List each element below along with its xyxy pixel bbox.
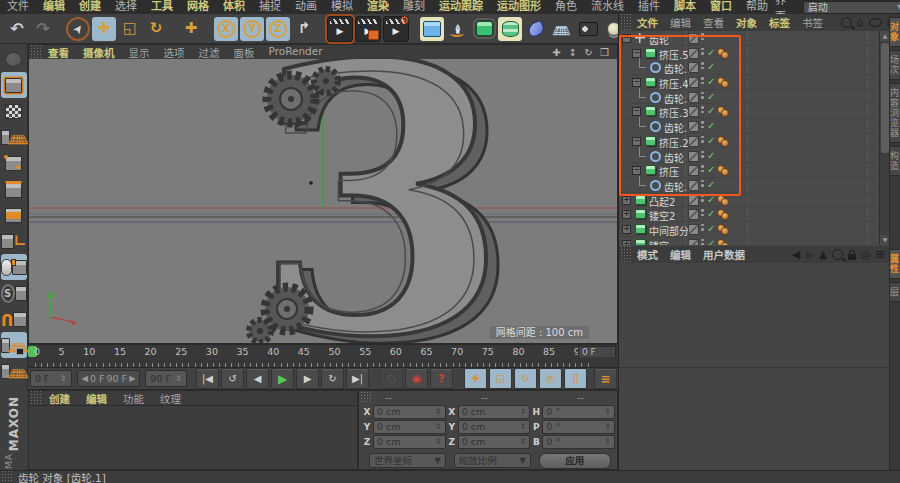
menu-item[interactable]: 流水线 <box>584 0 631 14</box>
visibility-dots[interactable] <box>701 136 704 143</box>
material-manager[interactable]: 创建编辑功能纹理 <box>28 390 358 470</box>
viewport-menu-item[interactable]: 显示 <box>122 45 157 60</box>
position-field[interactable]: 0 cm⇕ <box>373 435 446 449</box>
manager-tab[interactable]: 构造 <box>890 146 900 176</box>
enabled-check[interactable]: ✓ <box>707 223 715 234</box>
panel-grip[interactable] <box>619 14 631 31</box>
layer-toggle[interactable] <box>688 224 699 235</box>
timeline-ruler[interactable]: 051015202530354045505560657075808590 0 F <box>28 344 618 358</box>
frame-start-field[interactable]: 0 F⇕ <box>30 370 72 387</box>
object-row[interactable]: 挤压.2 ✓ <box>619 134 879 149</box>
menu-item[interactable]: 网格 <box>180 0 216 14</box>
object-row[interactable]: 中间部分 ✓ <box>619 222 879 237</box>
material-menu-item[interactable]: 纹理 <box>152 391 189 406</box>
menu-item[interactable]: 雕刻 <box>396 0 432 14</box>
size-field[interactable]: 0 cm⇕ <box>458 435 531 449</box>
visibility-dots[interactable] <box>701 224 704 231</box>
back-arrow-icon[interactable]: ◀ <box>792 249 800 260</box>
object-manager-menu-item[interactable]: 文件 <box>631 15 664 30</box>
menu-item[interactable]: 运动跟踪 <box>432 0 490 14</box>
attribute-menu-item[interactable]: 用户数据 <box>697 247 751 262</box>
menu-item[interactable]: 选择 <box>108 0 144 14</box>
forward-arrow-icon[interactable]: ▶ <box>805 249 813 260</box>
material-menu-item[interactable]: 编辑 <box>78 391 115 406</box>
object-name[interactable]: 镂空 <box>649 238 669 245</box>
object-row[interactable]: 镂空2 ✓ <box>619 207 879 222</box>
rotation-field[interactable]: 0 °⇕ <box>542 420 615 434</box>
panel-grip[interactable] <box>0 471 12 483</box>
layer-toggle[interactable] <box>688 180 699 191</box>
rotation-field[interactable]: 0 °⇕ <box>542 405 615 419</box>
layer-toggle[interactable] <box>688 77 699 88</box>
menu-item[interactable]: 运动图形 <box>490 0 548 14</box>
object-row[interactable]: 齿轮 ✓ <box>619 31 879 46</box>
position-field[interactable]: 0 cm⇕ <box>373 405 446 419</box>
manager-tab[interactable]: 内容浏览器 <box>890 83 900 143</box>
menu-item[interactable]: 捕捉 <box>252 0 288 14</box>
manager-tab[interactable]: 对象 <box>890 17 900 47</box>
object-manager-menu-item[interactable]: 标签 <box>763 15 796 30</box>
enabled-check[interactable]: ✓ <box>707 150 715 161</box>
object-row[interactable]: 挤压.4 ✓ <box>619 75 879 90</box>
layer-toggle[interactable] <box>688 239 699 245</box>
panel-grip[interactable] <box>29 45 41 59</box>
scale-mode-dropdown[interactable]: 缩放比例▼ <box>454 453 531 468</box>
menu-item[interactable]: 模拟 <box>324 0 360 14</box>
enabled-check[interactable]: ✓ <box>707 120 715 131</box>
menu-item[interactable]: 帮助 <box>739 0 775 14</box>
layer-toggle[interactable] <box>688 106 699 117</box>
layer-toggle[interactable] <box>688 151 699 162</box>
size-field[interactable]: 0 cm⇕ <box>458 420 531 434</box>
expand-toggle[interactable] <box>622 196 631 205</box>
visibility-dots[interactable] <box>701 33 704 40</box>
menu-item[interactable]: 工具 <box>144 0 180 14</box>
object-row[interactable]: 齿轮 ✓ <box>619 149 879 164</box>
layer-toggle[interactable] <box>688 209 699 220</box>
filter-eye-icon[interactable] <box>869 18 882 27</box>
visibility-dots[interactable] <box>701 121 704 128</box>
viewport-menu-item[interactable]: 面板 <box>227 45 262 60</box>
target-icon[interactable]: ◎ <box>861 249 871 260</box>
object-manager-menu-item[interactable]: 对象 <box>730 15 763 30</box>
object-manager-menu-item[interactable]: 书签 <box>796 15 829 30</box>
visibility-dots[interactable] <box>701 239 704 245</box>
manager-tab[interactable]: 属性 <box>890 249 900 279</box>
manager-tab[interactable]: 场次 <box>890 50 900 80</box>
expand-toggle[interactable] <box>632 78 641 87</box>
layer-toggle[interactable] <box>688 92 699 103</box>
object-row[interactable]: 齿轮.1 ✓ <box>619 90 879 105</box>
viewport-menu-item[interactable]: ProRender <box>262 45 330 60</box>
menu-item[interactable]: 脚本 <box>667 0 703 14</box>
viewport-menu-item[interactable]: 过滤 <box>192 45 227 60</box>
visibility-dots[interactable] <box>701 151 704 158</box>
frame-end-field[interactable]: 90 F⇕ <box>145 370 187 387</box>
expand-toggle[interactable] <box>632 49 641 58</box>
attribute-menu-item[interactable]: 模式 <box>631 247 664 262</box>
object-row[interactable]: 挤压 ✓ <box>619 163 879 178</box>
object-row[interactable]: 镂空 ✓ <box>619 237 879 245</box>
panel-grip[interactable] <box>29 391 41 405</box>
layer-toggle[interactable] <box>688 195 699 206</box>
visibility-dots[interactable] <box>701 48 704 55</box>
panel-grip[interactable] <box>619 246 631 263</box>
enabled-check[interactable]: ✓ <box>707 194 715 205</box>
enabled-check[interactable]: ✓ <box>707 91 715 102</box>
position-field[interactable]: 0 cm⇕ <box>373 420 446 434</box>
object-row[interactable]: 挤压.5 ✓ <box>619 46 879 61</box>
enabled-check[interactable]: ✓ <box>707 105 715 116</box>
size-field[interactable]: 0 cm⇕ <box>458 405 531 419</box>
interface-dropdown[interactable]: 启动▼ <box>803 1 900 14</box>
menu-item[interactable]: 动画 <box>288 0 324 14</box>
viewport-menu-item[interactable]: 摄像机 <box>76 45 122 60</box>
object-row[interactable]: 凸起2 ✓ <box>619 193 879 208</box>
menu-item[interactable]: 文件 <box>0 0 36 14</box>
visibility-dots[interactable] <box>701 165 704 172</box>
search-icon[interactable] <box>841 17 852 28</box>
layer-toggle[interactable] <box>688 165 699 176</box>
home-icon[interactable]: ⌂ <box>857 17 864 28</box>
panel-grip[interactable] <box>359 392 371 402</box>
menu-item[interactable]: 创建 <box>72 0 108 14</box>
add-panel-icon[interactable]: ⊞ <box>876 249 885 260</box>
enabled-check[interactable]: ✓ <box>707 76 715 87</box>
enabled-check[interactable]: ✓ <box>707 164 715 175</box>
